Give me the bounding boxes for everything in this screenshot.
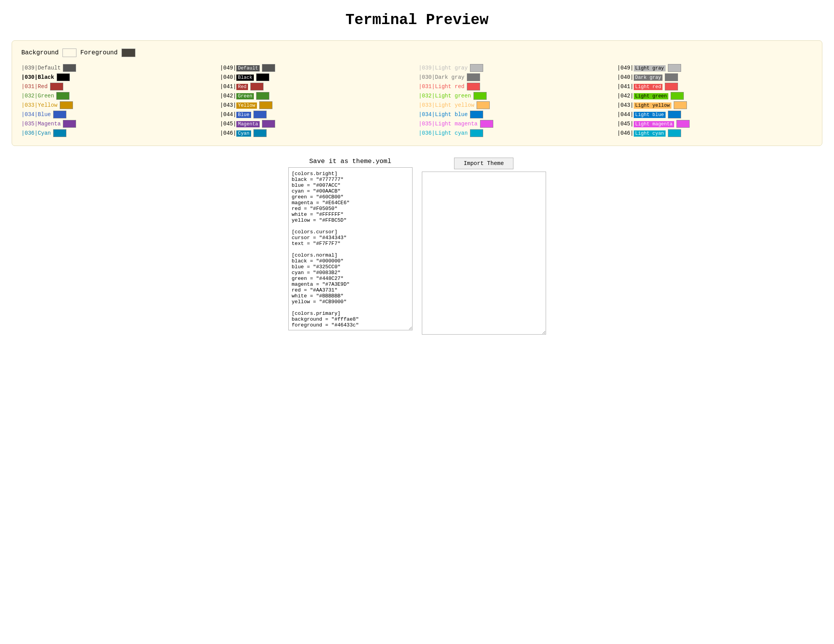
theme-content-textarea[interactable]: [colors.bright] black = "#777777" blue =…	[288, 167, 413, 330]
list-item: |044|Light blue	[617, 110, 813, 119]
list-item: |042|Light green	[617, 91, 813, 101]
list-item: |041|Red	[220, 82, 416, 91]
color-swatch	[250, 83, 264, 90]
color-swatch	[480, 120, 493, 128]
color-swatch	[53, 111, 66, 118]
list-item: |049|Light gray	[617, 63, 813, 73]
color-swatch	[467, 73, 480, 81]
color-swatch	[668, 129, 681, 137]
color-code: |043|Yellow	[220, 102, 257, 108]
color-code: |049|Light gray	[617, 65, 666, 71]
bg-normal-column: |049|Default |040|Black |041|Red |042|Gr…	[220, 63, 416, 138]
list-item: |035|Magenta	[21, 119, 217, 128]
color-code: |036|Light cyan	[419, 130, 468, 136]
color-code: |031|Light red	[419, 83, 465, 90]
color-swatch	[262, 120, 275, 128]
fg-normal-column: |039|Default |030|Black |031|Red |032|Gr…	[21, 63, 217, 138]
import-theme-button[interactable]: Import Theme	[454, 158, 514, 169]
color-swatch	[253, 111, 267, 118]
color-code: |040|Dark gray	[617, 74, 662, 80]
color-swatch	[256, 92, 269, 100]
list-item: |036|Cyan	[21, 128, 217, 138]
color-swatch	[259, 101, 272, 109]
color-swatch	[467, 83, 480, 90]
color-swatch	[470, 64, 483, 72]
list-item: |044|Blue	[220, 110, 416, 119]
background-label: Background	[21, 49, 59, 56]
color-swatch	[473, 92, 487, 100]
color-code: |030|Black	[21, 74, 54, 80]
import-textarea[interactable]	[422, 172, 546, 335]
color-code: |031|Red	[21, 83, 48, 90]
list-item: |036|Light cyan	[419, 128, 614, 138]
color-code: |033|Yellow	[21, 102, 57, 108]
color-code: |042|Green	[220, 93, 254, 99]
foreground-label: Foreground	[80, 49, 118, 56]
list-item: |032|Green	[21, 91, 217, 101]
color-code: |034|Light blue	[419, 111, 468, 118]
color-grid: |039|Default |030|Black |031|Red |032|Gr…	[21, 63, 813, 138]
foreground-swatch[interactable]	[121, 49, 135, 57]
color-swatch	[676, 120, 690, 128]
color-code: |032|Light green	[419, 93, 471, 99]
save-label: Save it as theme.yoml	[309, 158, 391, 165]
color-code: |045|Light magenta	[617, 121, 674, 127]
color-code: |035|Magenta	[21, 121, 61, 127]
color-swatch	[665, 83, 678, 90]
color-swatch	[671, 92, 684, 100]
list-item: |039|Default	[21, 63, 217, 73]
list-item: |043|Yellow	[220, 101, 416, 110]
list-item: |039|Light gray	[419, 63, 614, 73]
bg-bright-column: |049|Light gray |040|Dark gray |041|Ligh…	[617, 63, 813, 138]
list-item: |043|Light yellow	[617, 101, 813, 110]
color-code: |033|Light yellow	[419, 102, 475, 108]
list-item: |035|Light magenta	[419, 119, 614, 128]
list-item: |045|Light magenta	[617, 119, 813, 128]
list-item: |045|Magenta	[220, 119, 416, 128]
color-swatch	[477, 101, 490, 109]
color-swatch	[63, 64, 76, 72]
list-item: |031|Light red	[419, 82, 614, 91]
color-swatch	[63, 120, 76, 128]
color-code: |035|Light magenta	[419, 121, 478, 127]
color-code: |043|Light yellow	[617, 102, 671, 108]
bg-fg-controls: Background Foreground	[21, 49, 813, 57]
color-code: |044|Blue	[220, 111, 251, 118]
list-item: |041|Light red	[617, 82, 813, 91]
color-swatch	[57, 73, 70, 81]
color-swatch	[253, 129, 267, 137]
background-swatch[interactable]	[62, 49, 76, 57]
list-item: |042|Green	[220, 91, 416, 101]
color-swatch	[665, 73, 678, 81]
color-swatch	[668, 111, 681, 118]
color-swatch	[668, 64, 681, 72]
color-swatch	[53, 129, 66, 137]
color-code: |041|Light red	[617, 83, 662, 90]
color-code: |044|Light blue	[617, 111, 666, 118]
color-code: |030|Dark gray	[419, 74, 465, 80]
color-code: |045|Magenta	[220, 121, 260, 127]
color-swatch	[470, 111, 483, 118]
list-item: |049|Default	[220, 63, 416, 73]
color-code: |049|Default	[220, 65, 260, 71]
color-swatch	[256, 73, 269, 81]
color-code: |040|Black	[220, 74, 254, 80]
color-swatch	[262, 64, 275, 72]
color-code: |032|Green	[21, 93, 54, 99]
import-area: Import Theme	[422, 158, 546, 335]
list-item: |030|Black	[21, 73, 217, 82]
preview-box: Background Foreground |039|Default |030|…	[12, 40, 822, 146]
color-swatch	[50, 83, 63, 90]
color-swatch	[56, 92, 69, 100]
color-swatch	[470, 129, 483, 137]
list-item: |034|Blue	[21, 110, 217, 119]
color-swatch	[674, 101, 687, 109]
list-item: |032|Light green	[419, 91, 614, 101]
color-code: |041|Red	[220, 83, 248, 90]
list-item: |046|Cyan	[220, 128, 416, 138]
color-code: |042|Light green	[617, 93, 668, 99]
list-item: |046|Light cyan	[617, 128, 813, 138]
color-code: |046|Light cyan	[617, 130, 666, 136]
page-title: Terminal Preview	[12, 12, 822, 29]
color-swatch	[60, 101, 73, 109]
